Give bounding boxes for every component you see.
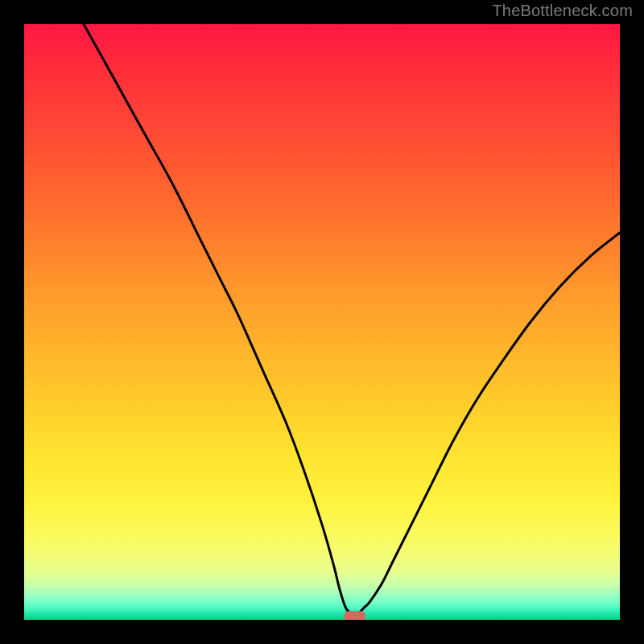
chart-frame: TheBottleneck.com: [0, 0, 644, 644]
plot-area: [24, 24, 620, 620]
bottleneck-curve: [84, 24, 620, 615]
curve-layer: [24, 24, 620, 620]
optimal-marker: [345, 611, 365, 620]
watermark-text: TheBottleneck.com: [492, 2, 633, 20]
